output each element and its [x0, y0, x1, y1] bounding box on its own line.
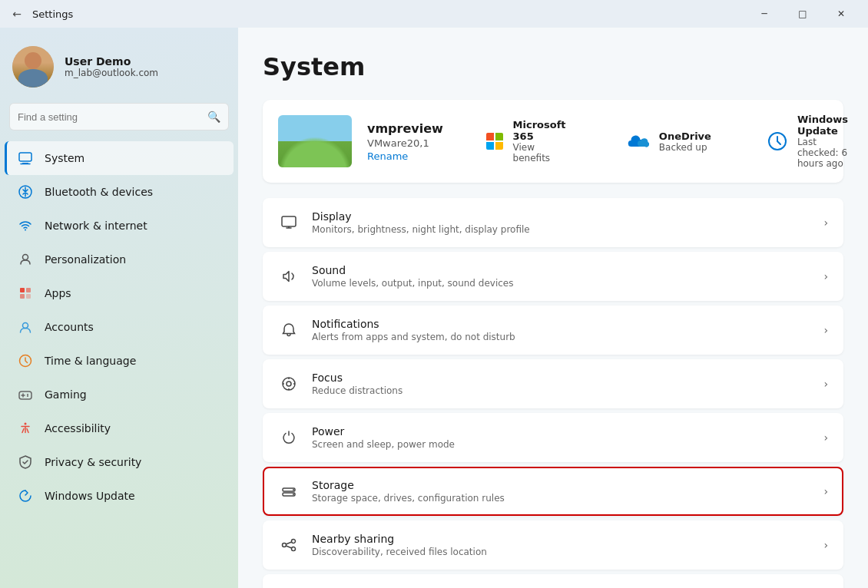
- onedrive-card[interactable]: OneDrive Backed up: [615, 130, 724, 153]
- focus-chevron: ›: [823, 378, 828, 390]
- notifications-chevron: ›: [823, 324, 828, 336]
- focus-title: Focus: [312, 372, 811, 384]
- nearby-chevron: ›: [823, 539, 828, 551]
- title-bar-left: ← Settings: [9, 6, 73, 21]
- search-box[interactable]: 🔍: [9, 103, 229, 130]
- sidebar-item-accounts[interactable]: Accounts: [5, 310, 234, 344]
- bluetooth-icon: [17, 183, 34, 200]
- personalization-icon: [17, 251, 34, 268]
- search-input[interactable]: [18, 111, 201, 123]
- sidebar-item-bluetooth[interactable]: Bluetooth & devices: [5, 175, 234, 209]
- accounts-icon: [17, 319, 34, 335]
- setting-sound[interactable]: Sound Volume levels, output, input, soun…: [263, 252, 843, 301]
- svg-point-23: [287, 382, 291, 386]
- sound-text: Sound Volume levels, output, input, soun…: [312, 264, 811, 289]
- notifications-desc: Alerts from apps and system, do not dist…: [312, 332, 811, 342]
- notifications-text: Notifications Alerts from apps and syste…: [312, 318, 811, 342]
- setting-storage[interactable]: Storage Storage space, drives, configura…: [263, 467, 843, 516]
- svg-point-31: [293, 494, 294, 495]
- display-text: Display Monitors, brightness, night ligh…: [312, 210, 811, 235]
- sidebar-item-network[interactable]: Network & internet: [5, 209, 234, 243]
- svg-point-4: [25, 230, 26, 231]
- svg-rect-0: [19, 153, 31, 161]
- svg-rect-6: [20, 288, 25, 292]
- power-desc: Screen and sleep, power mode: [312, 439, 811, 450]
- minimize-button[interactable]: ─: [747, 2, 782, 26]
- svg-point-17: [25, 423, 27, 425]
- sidebar-label-bluetooth: Bluetooth & devices: [45, 186, 153, 198]
- sidebar-item-gaming[interactable]: Gaming: [5, 378, 234, 411]
- focus-icon: [278, 373, 300, 395]
- pc-model: VMware20,1: [367, 137, 443, 149]
- time-icon: [17, 352, 34, 369]
- storage-icon: [278, 481, 300, 502]
- ms365-title: Microsoft 365: [513, 119, 571, 142]
- rename-link[interactable]: Rename: [367, 150, 443, 162]
- setting-focus[interactable]: Focus Reduce distractions ›: [263, 359, 843, 408]
- svg-rect-7: [26, 288, 31, 292]
- ms365-text: Microsoft 365 View benefits: [513, 119, 571, 164]
- focus-text: Focus Reduce distractions: [312, 372, 811, 396]
- search-container: 🔍: [0, 103, 238, 141]
- sidebar-item-time[interactable]: Time & language: [5, 344, 234, 378]
- sound-chevron: ›: [823, 270, 828, 282]
- user-email: m_lab@outlook.com: [65, 68, 226, 78]
- svg-point-10: [23, 323, 28, 329]
- sidebar-label-time: Time & language: [45, 355, 136, 367]
- sidebar-item-privacy[interactable]: Privacy & security: [5, 445, 234, 479]
- ms365-icon: [486, 130, 504, 153]
- notifications-icon: [278, 319, 300, 341]
- svg-point-34: [292, 547, 296, 551]
- nearby-icon: [278, 534, 300, 556]
- display-chevron: ›: [823, 216, 828, 229]
- back-button[interactable]: ←: [9, 6, 25, 21]
- user-name: User Demo: [65, 55, 226, 68]
- display-icon: [278, 212, 300, 233]
- update-icon: [17, 487, 34, 504]
- svg-point-22: [283, 378, 295, 390]
- pc-thumbnail: [278, 115, 352, 167]
- power-chevron: ›: [823, 431, 828, 444]
- sidebar-item-apps[interactable]: Apps: [5, 276, 234, 310]
- sidebar-label-network: Network & internet: [45, 220, 147, 232]
- pc-details: vmpreview VMware20,1 Rename: [367, 121, 443, 162]
- nearby-title: Nearby sharing: [312, 533, 811, 545]
- maximize-button[interactable]: □: [785, 2, 820, 26]
- power-title: Power: [312, 425, 811, 438]
- sidebar-label-update: Windows Update: [45, 490, 135, 502]
- ms365-subtitle: View benefits: [513, 142, 571, 164]
- storage-text: Storage Storage space, drives, configura…: [312, 479, 811, 504]
- close-button[interactable]: ✕: [823, 2, 859, 26]
- privacy-icon: [17, 454, 34, 471]
- avatar: [12, 46, 54, 88]
- winupdate-subtitle: Last checked: 6 hours ago: [797, 137, 850, 169]
- svg-rect-8: [20, 294, 25, 299]
- sidebar-item-system[interactable]: System: [5, 141, 234, 175]
- sidebar: User Demo m_lab@outlook.com 🔍 System: [0, 28, 238, 588]
- notifications-title: Notifications: [312, 318, 811, 330]
- sidebar-label-gaming: Gaming: [45, 388, 87, 401]
- display-desc: Monitors, brightness, night light, displ…: [312, 224, 811, 235]
- settings-list: Display Monitors, brightness, night ligh…: [263, 198, 843, 588]
- winupdate-text: Windows Update Last checked: 6 hours ago: [797, 114, 850, 169]
- winupdate-title: Windows Update: [797, 114, 850, 137]
- setting-multitasking[interactable]: Multitasking ›: [263, 574, 843, 588]
- winupdate-card[interactable]: Windows Update Last checked: 6 hours ago: [754, 114, 862, 169]
- svg-rect-9: [26, 294, 31, 299]
- sidebar-item-accessibility[interactable]: Accessibility: [5, 411, 234, 445]
- network-icon: [17, 217, 34, 234]
- sidebar-label-system: System: [45, 152, 84, 164]
- app-body: User Demo m_lab@outlook.com 🔍 System: [0, 28, 868, 588]
- setting-nearby[interactable]: Nearby sharing Discoverability, received…: [263, 520, 843, 570]
- sidebar-item-update[interactable]: Windows Update: [5, 479, 234, 513]
- ms365-card[interactable]: Microsoft 365 View benefits: [474, 119, 584, 164]
- sound-desc: Volume levels, output, input, sound devi…: [312, 278, 811, 289]
- sidebar-item-personalization[interactable]: Personalization: [5, 243, 234, 276]
- setting-notifications[interactable]: Notifications Alerts from apps and syste…: [263, 306, 843, 355]
- user-profile[interactable]: User Demo m_lab@outlook.com: [0, 40, 238, 103]
- svg-point-5: [23, 255, 28, 260]
- setting-display[interactable]: Display Monitors, brightness, night ligh…: [263, 198, 843, 247]
- setting-power[interactable]: Power Screen and sleep, power mode ›: [263, 413, 843, 462]
- power-icon: [278, 427, 300, 448]
- title-bar: ← Settings ─ □ ✕: [0, 0, 868, 28]
